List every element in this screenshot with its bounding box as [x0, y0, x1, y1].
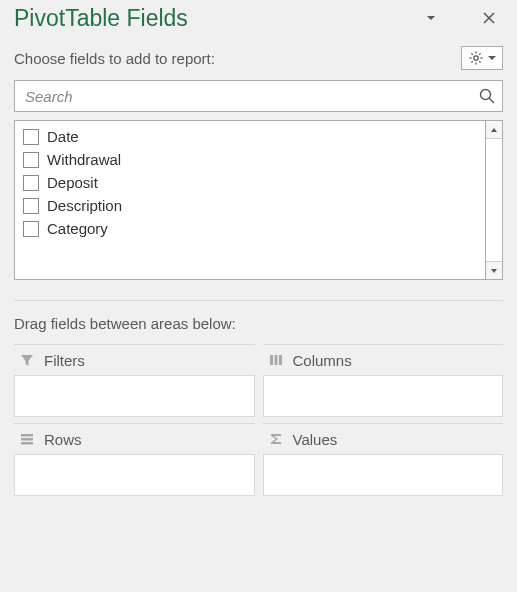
area-values-header: Values: [263, 423, 504, 454]
close-button[interactable]: [475, 4, 503, 32]
checkbox-unchecked[interactable]: [23, 198, 39, 214]
field-list-container: Date Withdrawal Deposit Description Cate…: [14, 120, 503, 280]
pivottable-fields-pane: PivotTable Fields Choose fields to add t…: [0, 0, 517, 592]
subtitle-row: Choose fields to add to report:: [0, 40, 517, 78]
area-values-dropzone[interactable]: [263, 454, 504, 496]
svg-marker-12: [488, 56, 496, 60]
gear-icon: [468, 50, 484, 66]
drag-instruction-label: Drag fields between areas below:: [0, 301, 517, 344]
area-columns: Columns: [263, 344, 504, 417]
checkbox-unchecked[interactable]: [23, 175, 39, 191]
field-label: Description: [47, 197, 122, 214]
area-filters-header: Filters: [14, 344, 255, 375]
area-columns-dropzone[interactable]: [263, 375, 504, 417]
field-label: Date: [47, 128, 79, 145]
columns-icon: [267, 351, 285, 369]
area-rows: Rows: [14, 423, 255, 496]
svg-line-11: [471, 61, 472, 62]
area-values: Values: [263, 423, 504, 496]
pane-header: PivotTable Fields: [0, 0, 517, 40]
scroll-track[interactable]: [486, 139, 502, 261]
svg-marker-0: [427, 16, 435, 20]
area-filters: Filters: [14, 344, 255, 417]
search-box[interactable]: [14, 80, 503, 112]
pane-title: PivotTable Fields: [14, 5, 417, 32]
field-label: Category: [47, 220, 108, 237]
svg-rect-21: [21, 434, 33, 437]
svg-line-10: [479, 53, 480, 54]
svg-rect-18: [270, 355, 273, 365]
search-icon: [478, 87, 496, 105]
rows-icon: [18, 430, 36, 448]
field-item-withdrawal[interactable]: Withdrawal: [15, 148, 485, 171]
area-filters-label: Filters: [44, 352, 85, 369]
checkbox-unchecked[interactable]: [23, 152, 39, 168]
area-columns-header: Columns: [263, 344, 504, 375]
filter-icon: [18, 351, 36, 369]
subtitle-label: Choose fields to add to report:: [14, 50, 461, 67]
area-rows-label: Rows: [44, 431, 82, 448]
tools-button[interactable]: [461, 46, 503, 70]
search-input[interactable]: [23, 87, 478, 106]
field-item-category[interactable]: Category: [15, 217, 485, 240]
field-item-date[interactable]: Date: [15, 125, 485, 148]
svg-line-8: [471, 53, 472, 54]
area-rows-dropzone[interactable]: [14, 454, 255, 496]
chevron-down-icon: [488, 54, 496, 62]
svg-rect-23: [21, 442, 33, 445]
svg-rect-19: [274, 355, 277, 365]
scroll-down-button[interactable]: [486, 261, 502, 279]
svg-line-14: [489, 98, 494, 103]
field-item-description[interactable]: Description: [15, 194, 485, 217]
area-filters-dropzone[interactable]: [14, 375, 255, 417]
svg-rect-22: [21, 438, 33, 441]
area-columns-label: Columns: [293, 352, 352, 369]
field-item-deposit[interactable]: Deposit: [15, 171, 485, 194]
svg-line-9: [479, 61, 480, 62]
svg-point-3: [474, 56, 478, 60]
area-rows-header: Rows: [14, 423, 255, 454]
checkbox-unchecked[interactable]: [23, 221, 39, 237]
scroll-up-button[interactable]: [486, 121, 502, 139]
svg-rect-20: [279, 355, 282, 365]
field-list[interactable]: Date Withdrawal Deposit Description Cate…: [14, 120, 485, 280]
field-list-scrollbar[interactable]: [485, 120, 503, 280]
svg-marker-16: [491, 269, 497, 273]
svg-marker-17: [21, 355, 33, 366]
areas-grid: Filters Columns Rows: [0, 344, 517, 510]
field-label: Deposit: [47, 174, 98, 191]
svg-marker-15: [491, 128, 497, 132]
sigma-icon: [267, 430, 285, 448]
svg-point-13: [481, 90, 491, 100]
checkbox-unchecked[interactable]: [23, 129, 39, 145]
field-list-options-dropdown[interactable]: [417, 4, 445, 32]
field-label: Withdrawal: [47, 151, 121, 168]
area-values-label: Values: [293, 431, 338, 448]
